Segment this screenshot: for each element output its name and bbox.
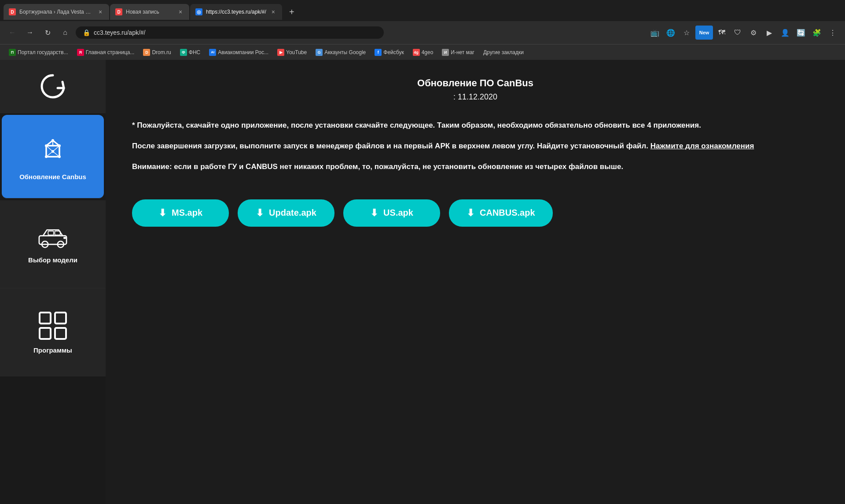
bookmark-portal-label: Портал государств... (18, 49, 68, 55)
nav-actions: 📺 🌐 ☆ New 🗺 🛡 ⚙ ▶ 👤 🔄 🧩 ⋮ (648, 26, 840, 40)
bookmark-drom-label: Drom.ru (152, 49, 171, 55)
download-ms-label: MS.apk (172, 208, 202, 218)
tab-3[interactable]: ◎ https://cc3.teyes.ru/apk/#/ × (190, 4, 282, 20)
content-paragraph1: * Пожалуйста, скачайте одно приложение, … (132, 119, 819, 131)
download-buttons: ⬇ MS.apk ⬇ Update.apk ⬇ US.apk ⬇ CANBUS.… (132, 199, 819, 227)
bookmark-more-label: Другие закладки (483, 49, 524, 55)
sidebar-item-model[interactable]: Выбор модели (0, 200, 106, 288)
svg-rect-16 (39, 236, 66, 245)
puzzle-button[interactable]: 🧩 (810, 26, 824, 40)
svg-point-8 (51, 139, 54, 142)
svg-line-12 (46, 146, 53, 151)
app-container: Обновление Canbus Выбор модели (0, 60, 845, 504)
bookmark-star-button[interactable]: ☆ (680, 26, 694, 40)
bookmark-portal-favicon: П (9, 49, 16, 56)
back-button[interactable]: ← (5, 26, 19, 40)
download-us-icon: ⬇ (370, 207, 378, 219)
content-paragraph2: После завершения загрузки, выполните зап… (132, 140, 819, 152)
tab-2-title: Новая запись (126, 9, 159, 15)
address-bar[interactable]: 🔒 cc3.teyes.ru/apk/#/ (76, 26, 384, 39)
extension-button[interactable]: ⚙ (746, 26, 760, 40)
play-button[interactable]: ▶ (762, 26, 776, 40)
bookmark-more[interactable]: Другие закладки (480, 48, 527, 57)
tab-2-favicon: D (115, 8, 122, 15)
svg-rect-22 (40, 313, 51, 324)
download-us-apk-button[interactable]: ⬇ US.apk (343, 199, 440, 227)
svg-rect-24 (40, 328, 51, 339)
refresh-icon (35, 69, 70, 104)
bookmark-yandex[interactable]: Я Главная страница... (73, 47, 138, 58)
content-paragraph2-text: После завершения загрузки, выполните зап… (132, 142, 650, 150)
nav-bar: ← → ↻ ⌂ 🔒 cc3.teyes.ru/apk/#/ 📺 🌐 ☆ New … (0, 21, 845, 44)
content-paragraph3: Внимание: если в работе ГУ и CANBUS нет … (132, 161, 819, 173)
tab-3-close[interactable]: × (270, 8, 277, 15)
download-ms-icon: ⬇ (158, 207, 166, 219)
main-content: Обновление ПО CanBus : 11.12.2020 * Пожа… (106, 60, 845, 504)
svg-rect-23 (55, 313, 66, 324)
cast-button[interactable]: 📺 (648, 26, 662, 40)
tab-2[interactable]: D Новая запись × (110, 4, 189, 20)
address-text: cc3.teyes.ru/apk/#/ (94, 29, 146, 36)
bookmark-avia-label: Авиакомпании Рос... (218, 49, 268, 55)
new-tab-button[interactable]: + (285, 5, 299, 19)
bookmark-google[interactable]: G Аккаунты Google (312, 47, 369, 58)
svg-line-15 (53, 151, 59, 157)
tab-3-title: https://cc3.teyes.ru/apk/#/ (206, 9, 266, 15)
sync-button[interactable]: 🔄 (794, 26, 808, 40)
download-ms-apk-button[interactable]: ⬇ MS.apk (132, 199, 229, 227)
bookmark-drom[interactable]: D Drom.ru (140, 47, 174, 58)
bookmark-yandex-label: Главная страница... (86, 49, 135, 55)
sidebar-item-canbus[interactable]: Обновление Canbus (2, 115, 104, 199)
download-update-apk-button[interactable]: ⬇ Update.apk (238, 199, 334, 227)
bookmark-google-favicon: G (316, 49, 323, 56)
svg-rect-25 (55, 328, 66, 339)
bookmark-4geo-label: 4geo (422, 49, 434, 55)
bookmark-yandex-favicon: Я (77, 49, 84, 56)
tab-3-favicon: ◎ (195, 8, 202, 15)
bookmark-inet-label: И-нет маг (451, 49, 474, 55)
translate-button[interactable]: 🌐 (664, 26, 678, 40)
tab-1-favicon: D (9, 8, 16, 15)
tab-1[interactable]: D Бортжурнала › Лада Vesta SW C × (4, 4, 109, 20)
browser-chrome: D Бортжурнала › Лада Vesta SW C × D Нова… (0, 0, 845, 60)
bookmark-inet[interactable]: И И-нет маг (438, 47, 478, 58)
download-canbus-apk-button[interactable]: ⬇ CANBUS.apk (449, 199, 553, 227)
bookmark-portal[interactable]: П Портал государств... (5, 47, 72, 58)
svg-line-13 (53, 146, 59, 151)
tab-1-title: Бортжурнала › Лада Vesta SW C (19, 9, 93, 15)
lock-icon: 🔒 (83, 29, 90, 36)
sidebar: Обновление Canbus Выбор модели (0, 60, 106, 504)
extension-map-button[interactable]: 🗺 (715, 26, 729, 40)
bookmark-inet-favicon: И (442, 49, 449, 56)
sidebar-item-refresh[interactable] (0, 60, 106, 113)
car-icon (35, 224, 70, 251)
menu-button[interactable]: ⋮ (826, 26, 840, 40)
home-button[interactable]: ⌂ (58, 26, 72, 40)
refresh-button[interactable]: ↻ (40, 26, 55, 40)
content-learn-link[interactable]: Нажмите для ознакомления (650, 142, 754, 150)
sidebar-item-programs[interactable]: Программы (0, 288, 106, 376)
bookmarks-bar: П Портал государств... Я Главная страниц… (0, 44, 845, 60)
tab-2-close[interactable]: × (177, 8, 184, 15)
download-canbus-label: CANBUS.apk (480, 208, 535, 218)
bookmark-facebook-favicon: f (375, 49, 382, 56)
extension-shield-button[interactable]: 🛡 (731, 26, 745, 40)
extension-new-button[interactable]: New (695, 26, 713, 40)
bookmark-facebook[interactable]: f Фейсбук (371, 47, 407, 58)
tab-bar: D Бортжурнала › Лада Vesta SW C × D Нова… (0, 0, 845, 21)
bookmark-youtube-favicon: ▶ (277, 49, 284, 56)
forward-button[interactable]: → (23, 26, 37, 40)
bookmark-fns[interactable]: Ф ФНС (176, 47, 204, 58)
programs-grid-icon (37, 310, 68, 341)
page-date: : 11.12.2020 (132, 92, 819, 102)
bookmark-avia[interactable]: AI Авиакомпании Рос... (206, 47, 272, 58)
bookmark-youtube[interactable]: ▶ YouTube (274, 47, 310, 58)
svg-line-14 (46, 151, 53, 157)
tab-1-close[interactable]: × (97, 8, 104, 15)
bookmark-4geo-favicon: 4g (413, 49, 420, 56)
download-us-label: US.apk (383, 208, 413, 218)
profile-button[interactable]: 👤 (778, 26, 792, 40)
bookmark-4geo[interactable]: 4g 4geo (409, 47, 437, 58)
bookmark-google-label: Аккаунты Google (324, 49, 366, 55)
bookmark-facebook-label: Фейсбук (383, 49, 404, 55)
